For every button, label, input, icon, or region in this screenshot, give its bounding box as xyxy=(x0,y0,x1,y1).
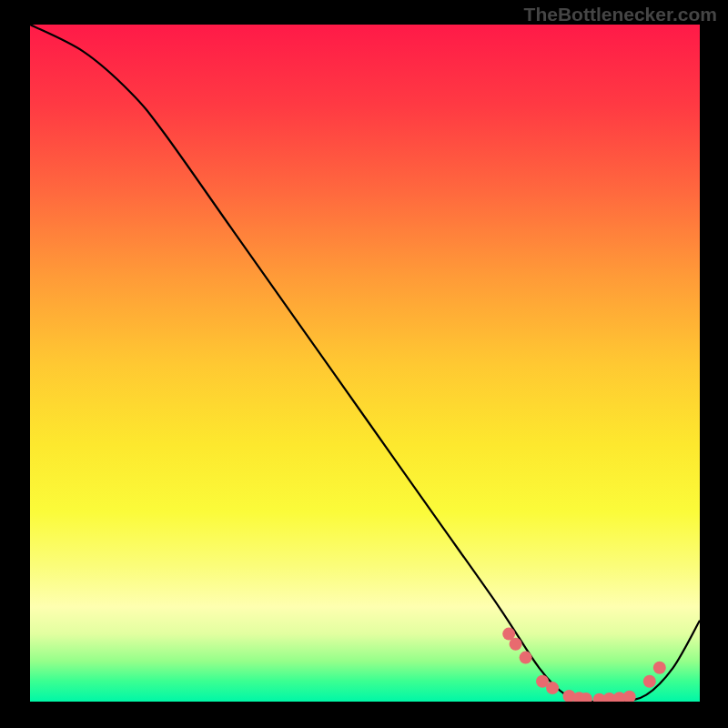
chart-container: TheBottlenecker.com xyxy=(0,0,728,728)
data-marker xyxy=(653,662,666,674)
data-marker xyxy=(546,682,559,694)
watermark-text: TheBottlenecker.com xyxy=(524,4,717,25)
data-marker xyxy=(623,691,636,702)
chart-svg xyxy=(30,25,700,702)
data-marker xyxy=(643,675,656,688)
bottleneck-curve xyxy=(30,25,700,702)
data-marker xyxy=(510,638,522,651)
data-marker xyxy=(520,652,532,664)
data-markers xyxy=(502,628,666,702)
